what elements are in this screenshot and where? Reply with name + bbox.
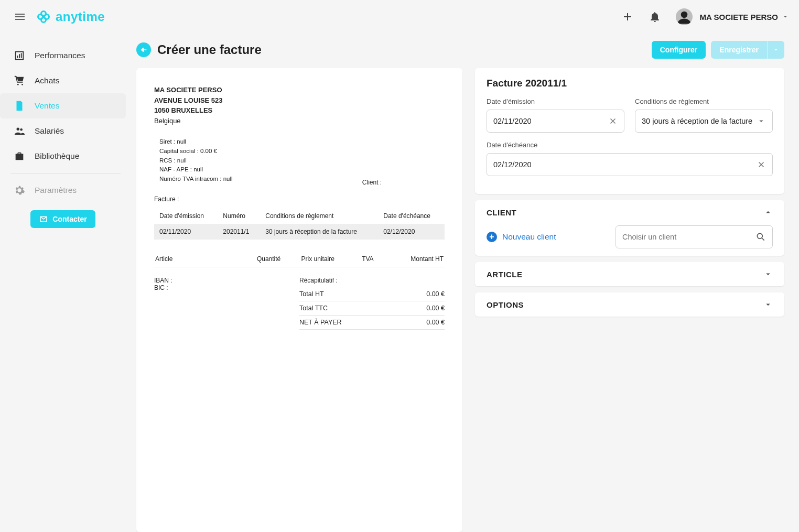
emission-label: Date d'émission	[487, 97, 624, 105]
recap-title: Récapitulatif :	[299, 277, 445, 284]
svg-point-9	[21, 84, 23, 85]
chevron-down-icon	[763, 269, 773, 279]
recap-block: Récapitulatif : Total HT0.00 € Total TTC…	[299, 277, 445, 330]
th-unit: Prix unitaire	[300, 251, 361, 267]
back-button[interactable]	[136, 42, 151, 57]
svg-point-4	[681, 12, 687, 18]
menu-icon[interactable]	[14, 10, 26, 23]
new-client-button[interactable]: + Nouveau client	[487, 232, 556, 242]
th-article: Article	[154, 251, 256, 267]
people-icon	[14, 125, 25, 137]
logo-text: anytime	[56, 9, 105, 24]
legal-vat: Numéro TVA intracom : null	[159, 175, 299, 184]
form-column: Facture 202011/1 Date d'émission 02/11/2…	[475, 68, 784, 532]
items-table: Article Quantité Prix unitaire TVA Monta…	[154, 251, 445, 267]
plus-circle-icon: +	[487, 232, 497, 242]
svg-point-12	[757, 233, 762, 238]
sidebar-item-label: Ventes	[35, 101, 59, 111]
save-button[interactable]: Enregistrer	[711, 41, 767, 59]
legal-siret: Siret : null	[159, 137, 299, 147]
sidebar-separator	[10, 173, 121, 173]
clear-icon[interactable]	[757, 160, 766, 169]
th-emission: Date d'émission	[154, 208, 218, 224]
sidebar-item-label: Bibliothèque	[35, 151, 79, 161]
sidebar-item-ventes[interactable]: Ventes	[0, 93, 126, 118]
article-section: ARTICLE	[475, 262, 784, 286]
cart-icon	[14, 75, 25, 86]
echeance-input[interactable]: 02/12/2020	[487, 153, 773, 176]
legal-naf: NAF - APE : null	[159, 165, 299, 175]
emission-input[interactable]: 02/11/2020	[487, 110, 624, 133]
page-header: Créer une facture Configurer Enregistrer	[136, 41, 784, 59]
client-section-header[interactable]: CLIENT	[487, 208, 773, 217]
logo[interactable]: anytime	[36, 9, 105, 25]
iban-label: IBAN :	[154, 277, 299, 284]
search-icon[interactable]	[755, 232, 766, 242]
svg-rect-6	[19, 54, 20, 58]
th-echeance: Date d'échéance	[378, 208, 445, 224]
legal-capital: Capital social : 0.00 €	[159, 147, 299, 156]
svg-point-3	[45, 15, 49, 19]
th-qty: Quantité	[256, 251, 300, 267]
contact-button[interactable]: Contacter	[30, 210, 95, 228]
add-icon[interactable]	[621, 10, 634, 23]
gear-icon	[14, 184, 25, 196]
clear-icon[interactable]	[608, 116, 618, 126]
topbar: anytime MA SOCIETE PERSO	[0, 0, 799, 34]
chevron-down-icon	[763, 300, 773, 309]
facture-label: Facture :	[154, 196, 445, 203]
sidebar-item-performances[interactable]: Performances	[0, 43, 126, 68]
options-section: OPTIONS	[475, 292, 784, 317]
sidebar-item-salaries[interactable]: Salariés	[0, 118, 126, 144]
client-search-input[interactable]	[616, 225, 773, 248]
chevron-down-icon	[757, 116, 766, 126]
invoice-number-title: Facture 202011/1	[487, 78, 773, 89]
sidebar-item-achats[interactable]: Achats	[0, 68, 126, 93]
invoice-details-panel: Facture 202011/1 Date d'émission 02/11/2…	[475, 68, 784, 194]
avatar[interactable]	[676, 8, 693, 25]
client-section: CLIENT + Nouveau client	[475, 200, 784, 256]
conditions-select[interactable]: 30 jours à réception de la facture	[635, 110, 773, 133]
company-name: MA SOCIETE PERSO	[154, 85, 299, 95]
save-dropdown-button[interactable]	[767, 41, 784, 59]
contact-label: Contacter	[52, 215, 87, 223]
svg-point-11	[20, 128, 23, 131]
page-title: Créer une facture	[157, 42, 262, 57]
svg-rect-5	[17, 56, 18, 58]
th-tva: TVA	[361, 251, 384, 267]
options-section-header[interactable]: OPTIONS	[487, 300, 773, 309]
echeance-label: Date d'échéance	[487, 141, 773, 149]
th-total: Montant HT	[385, 251, 445, 267]
invoice-preview: MA SOCIETE PERSO AVENUE LOUISE 523 1050 …	[136, 68, 462, 532]
sidebar-item-parametres[interactable]: Paramètres	[0, 178, 126, 203]
invoice-meta-table: Date d'émission Numéro Conditions de règ…	[154, 208, 445, 240]
svg-point-2	[38, 15, 43, 19]
briefcase-icon	[14, 150, 25, 162]
sidebar-item-label: Achats	[35, 76, 59, 85]
sidebar-item-label: Paramètres	[35, 186, 77, 195]
chevron-up-icon	[763, 208, 773, 217]
account-dropdown-icon[interactable]	[782, 14, 789, 20]
sidebar-item-label: Salariés	[35, 126, 64, 136]
svg-rect-7	[21, 53, 22, 58]
account-name[interactable]: MA SOCIETE PERSO	[700, 13, 778, 21]
article-section-header[interactable]: ARTICLE	[487, 269, 773, 279]
th-numero: Numéro	[218, 208, 260, 224]
company-country: Belgique	[154, 116, 299, 126]
notification-icon[interactable]	[649, 10, 661, 23]
sidebar-item-label: Performances	[35, 51, 85, 60]
conditions-label: Conditions de règlement	[635, 97, 773, 105]
sidebar: Performances Achats Ventes Salariés Bibl…	[0, 34, 130, 532]
configure-button[interactable]: Configurer	[652, 41, 706, 59]
mail-icon	[39, 214, 48, 224]
svg-point-8	[17, 84, 19, 85]
client-label: Client :	[362, 179, 382, 186]
sidebar-item-bibliotheque[interactable]: Bibliothèque	[0, 144, 126, 169]
legal-rcs: RCS : null	[159, 156, 299, 166]
company-address: AVENUE LOUISE 523	[154, 95, 299, 106]
th-conditions: Conditions de règlement	[260, 208, 378, 224]
receipt-icon	[14, 100, 25, 112]
svg-point-10	[17, 128, 20, 131]
chart-icon	[14, 50, 25, 61]
table-row: 02/11/2020 202011/1 30 jours à réception…	[154, 224, 445, 240]
